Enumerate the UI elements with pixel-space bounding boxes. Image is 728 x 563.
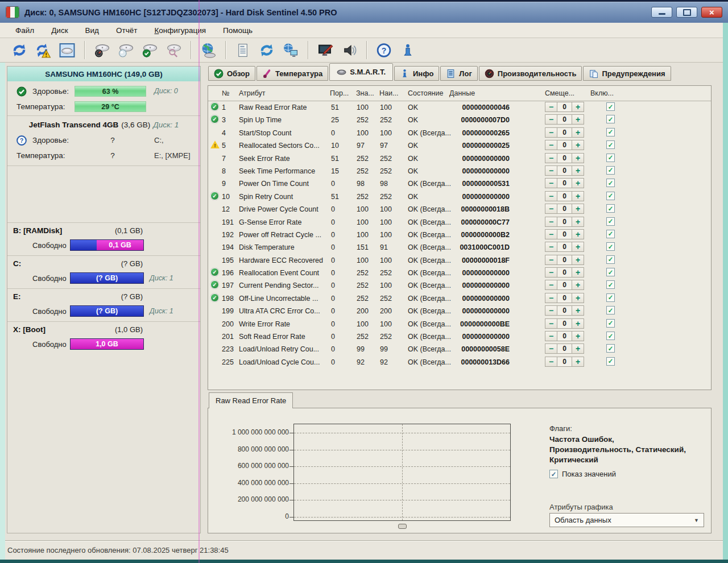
table-row[interactable]: 201Soft Read Error Rate0252252OK (Всегда… bbox=[208, 330, 711, 343]
offset-decrement-button[interactable]: − bbox=[545, 165, 557, 176]
column-header-6[interactable]: Состояние bbox=[408, 89, 443, 97]
column-header-7[interactable]: Данные bbox=[449, 89, 475, 97]
refresh-icon[interactable] bbox=[7, 40, 31, 60]
enabled-checkbox[interactable]: ✓ bbox=[606, 319, 615, 328]
offset-decrement-button[interactable]: − bbox=[545, 217, 557, 227]
table-row[interactable]: 192Power off Retract Cycle ...0100100OK … bbox=[208, 229, 711, 241]
column-header-9[interactable]: Вклю... bbox=[590, 89, 614, 97]
tab-s.m.a.r.t.[interactable]: S.M.A.R.T. bbox=[329, 63, 393, 81]
enabled-checkbox[interactable]: ✓ bbox=[606, 357, 615, 366]
table-row[interactable]: ✓197Current Pending Sector...0252100OK (… bbox=[208, 279, 711, 292]
chart-tab-raw-read-error-rate[interactable]: Raw Read Error Rate bbox=[209, 392, 293, 408]
refresh-warning-icon[interactable] bbox=[31, 40, 55, 60]
offset-decrement-button[interactable]: − bbox=[545, 153, 557, 163]
offset-decrement-button[interactable]: − bbox=[545, 242, 557, 252]
disk-sphere-icon[interactable] bbox=[114, 40, 138, 60]
offset-decrement-button[interactable]: − bbox=[545, 140, 557, 150]
column-header-8[interactable]: Смеще... bbox=[545, 89, 574, 97]
enabled-checkbox[interactable]: ✓ bbox=[606, 204, 615, 213]
enabled-checkbox[interactable]: ✓ bbox=[606, 192, 615, 200]
table-row[interactable]: 199Ultra ATA CRC Error Co...0200200OK (В… bbox=[208, 305, 711, 317]
offset-increment-button[interactable]: + bbox=[572, 343, 584, 354]
tab-предупреждения[interactable]: Предупреждения bbox=[583, 66, 671, 81]
offset-increment-button[interactable]: + bbox=[572, 204, 584, 214]
enabled-checkbox[interactable]: ✓ bbox=[606, 242, 615, 251]
volume-e[interactable]: E:(? GB)Свободно(? GB)Диск: 1 bbox=[7, 288, 200, 322]
enabled-checkbox[interactable]: ✓ bbox=[606, 280, 615, 289]
enabled-checkbox[interactable]: ✓ bbox=[606, 268, 615, 276]
enabled-checkbox[interactable]: ✓ bbox=[606, 293, 615, 302]
table-row[interactable]: 7Seek Error Rate51252252OK000000000000−0… bbox=[208, 152, 711, 165]
column-header-3[interactable]: Пор... bbox=[330, 89, 349, 97]
enabled-checkbox[interactable]: ✓ bbox=[606, 102, 615, 111]
offset-increment-button[interactable]: + bbox=[572, 191, 584, 201]
offset-increment-button[interactable]: + bbox=[572, 242, 584, 252]
tab-инфо[interactable]: Инфо bbox=[394, 66, 439, 81]
close-button[interactable]: × bbox=[701, 7, 722, 18]
offset-decrement-button[interactable]: − bbox=[545, 293, 557, 303]
offset-decrement-button[interactable]: − bbox=[545, 357, 557, 367]
table-row[interactable]: 195Hardware ECC Recovered0100100OK (Всег… bbox=[208, 254, 711, 267]
table-row[interactable]: 9Power On Time Count09898OK (Всегда...00… bbox=[208, 177, 711, 190]
offset-increment-button[interactable]: + bbox=[572, 127, 584, 138]
table-row[interactable]: !5Reallocated Sectors Co...109797OK00000… bbox=[208, 139, 711, 152]
enabled-checkbox[interactable]: ✓ bbox=[606, 344, 615, 353]
offset-increment-button[interactable]: + bbox=[572, 102, 584, 112]
show-values-checkbox[interactable]: ✓ bbox=[549, 470, 558, 478]
table-row[interactable]: ✓10Spin Retry Count51252252OK00000000000… bbox=[208, 191, 711, 203]
volume-bramdisk[interactable]: B: [RAMDisk](0,1 GB)Свободно0,1 GB bbox=[7, 222, 200, 256]
offset-decrement-button[interactable]: − bbox=[545, 191, 557, 201]
maximize-button[interactable] bbox=[676, 7, 697, 18]
offset-increment-button[interactable]: + bbox=[572, 305, 584, 316]
column-header-1[interactable]: № bbox=[222, 89, 229, 97]
table-row[interactable]: 4Start/Stop Count0100100OK (Всегда...000… bbox=[208, 127, 711, 139]
monitor-pen-icon[interactable] bbox=[313, 40, 337, 60]
offset-decrement-button[interactable]: − bbox=[545, 229, 557, 239]
enabled-checkbox[interactable]: ✓ bbox=[606, 230, 615, 238]
column-header-5[interactable]: Наи... bbox=[379, 89, 398, 97]
offset-increment-button[interactable]: + bbox=[572, 331, 584, 341]
column-header-4[interactable]: Зна... bbox=[356, 89, 374, 97]
disk-search-icon[interactable] bbox=[162, 40, 185, 60]
offset-decrement-button[interactable]: − bbox=[545, 267, 557, 278]
table-row[interactable]: ✓3Spin Up Time25252252OK0000000007D0−0+✓ bbox=[208, 114, 711, 126]
offset-decrement-button[interactable]: − bbox=[545, 102, 557, 112]
enabled-checkbox[interactable]: ✓ bbox=[606, 154, 615, 162]
offset-increment-button[interactable]: + bbox=[572, 318, 584, 329]
offset-decrement-button[interactable]: − bbox=[545, 318, 557, 329]
enabled-checkbox[interactable]: ✓ bbox=[606, 306, 615, 314]
help-icon[interactable]: ? bbox=[372, 40, 396, 60]
volume-xboot[interactable]: X: [Boot](1,0 GB)Свободно1,0 GB bbox=[7, 321, 200, 355]
tab-лог[interactable]: Лог bbox=[440, 66, 477, 81]
offset-increment-button[interactable]: + bbox=[572, 229, 584, 239]
tab-обзор[interactable]: Обзор bbox=[208, 66, 255, 81]
menu-item-5[interactable]: Конфигурация bbox=[146, 24, 214, 37]
enabled-checkbox[interactable]: ✓ bbox=[606, 217, 615, 226]
table-row[interactable]: 223Load/Unload Retry Cou...09999OK (Всег… bbox=[208, 343, 711, 355]
offset-increment-button[interactable]: + bbox=[572, 153, 584, 163]
menu-item-2[interactable]: Диск bbox=[43, 24, 76, 37]
chart-attributes-dropdown[interactable]: Область данных ▼ bbox=[549, 513, 704, 527]
table-row[interactable]: ✓196Reallocation Event Count0252252OK (В… bbox=[208, 267, 711, 279]
globe-disk-icon[interactable] bbox=[196, 40, 220, 60]
enabled-checkbox[interactable]: ✓ bbox=[606, 332, 615, 340]
offset-increment-button[interactable]: + bbox=[572, 165, 584, 176]
offset-decrement-button[interactable]: − bbox=[545, 255, 557, 265]
offset-increment-button[interactable]: + bbox=[572, 280, 584, 290]
table-row[interactable]: 200Write Error Rate0100100OK (Всегда...0… bbox=[208, 318, 711, 330]
report-icon[interactable] bbox=[231, 40, 255, 60]
menu-item-6[interactable]: Помощь bbox=[214, 24, 261, 37]
offset-increment-button[interactable]: + bbox=[572, 293, 584, 303]
menu-item-1[interactable]: Файл bbox=[7, 24, 43, 37]
offset-decrement-button[interactable]: − bbox=[545, 343, 557, 354]
volume-c[interactable]: C:(? GB)Свободно(? GB)Диск: 1 bbox=[7, 255, 200, 289]
offset-increment-button[interactable]: + bbox=[572, 357, 584, 367]
menu-item-3[interactable]: Вид bbox=[77, 24, 107, 37]
tab-производительность[interactable]: Производительность bbox=[479, 66, 582, 81]
offset-decrement-button[interactable]: − bbox=[545, 114, 557, 125]
offset-decrement-button[interactable]: − bbox=[545, 178, 557, 188]
enabled-checkbox[interactable]: ✓ bbox=[606, 115, 615, 123]
offset-increment-button[interactable]: + bbox=[572, 114, 584, 125]
table-row[interactable]: 12Drive Power Cycle Count0100100OK (Всег… bbox=[208, 203, 711, 216]
offset-increment-button[interactable]: + bbox=[572, 267, 584, 278]
